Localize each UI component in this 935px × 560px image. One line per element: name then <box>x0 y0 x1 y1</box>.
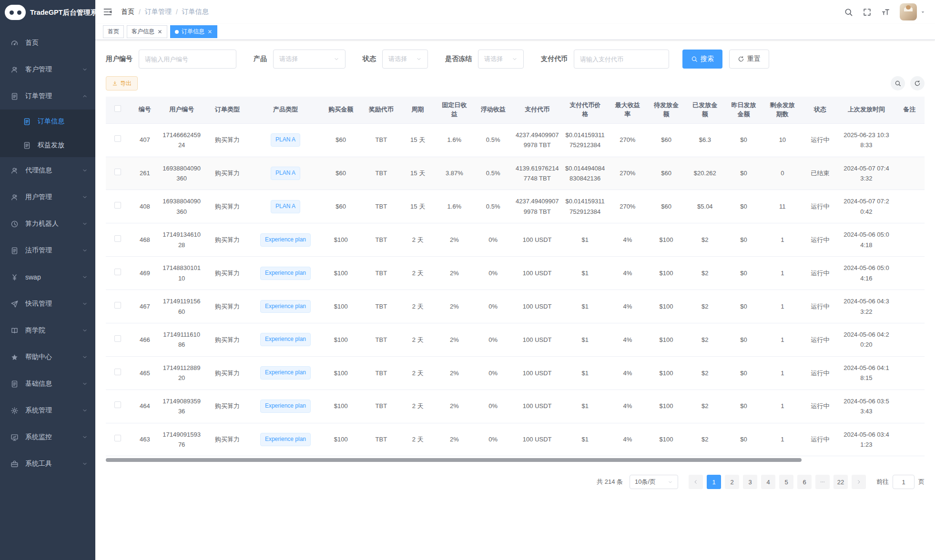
cell-id: 261 <box>130 157 160 190</box>
cell-status: 运行中 <box>802 223 839 257</box>
cell-buy-amount: $100 <box>320 290 362 323</box>
sidebar-item-label: 权益发放 <box>38 141 88 150</box>
goto-page-input[interactable] <box>893 475 915 489</box>
pay-token-label: 支付代币 <box>541 55 568 63</box>
page-button-5[interactable]: 5 <box>779 475 793 489</box>
sidebar-item-rights-issuance[interactable]: 权益发放 <box>0 133 95 157</box>
search-button[interactable]: 搜索 <box>682 50 722 69</box>
font-size-icon[interactable] <box>881 8 890 17</box>
column-header: 待发放金额 <box>647 97 685 123</box>
column-header: 浮动收益 <box>474 97 512 123</box>
cell-order-type: 购买算力 <box>203 356 251 390</box>
sidebar-item-news-management[interactable]: 快讯管理 <box>0 290 95 317</box>
reset-button[interactable]: 重置 <box>729 50 769 69</box>
row-checkbox[interactable] <box>114 135 121 142</box>
page-size-select[interactable]: 10条/页 <box>630 475 678 489</box>
search-toggle-button[interactable] <box>891 76 905 90</box>
page-ellipsis[interactable] <box>815 475 830 489</box>
close-icon[interactable] <box>157 29 163 34</box>
horizontal-scrollbar[interactable] <box>106 458 802 462</box>
cell-floating: 0.5% <box>474 123 512 157</box>
cell-id: 465 <box>130 356 160 390</box>
breadcrumb-item[interactable]: 首页 <box>121 8 134 16</box>
tab-customer-info[interactable]: 客户信息 <box>127 25 167 38</box>
cell-remaining: 11 <box>763 190 802 223</box>
cell-order-type: 购买算力 <box>203 123 251 157</box>
tab-home[interactable]: 首页 <box>103 25 124 38</box>
row-checkbox[interactable] <box>114 401 121 408</box>
page-button-3[interactable]: 3 <box>743 475 757 489</box>
sidebar-item-swap[interactable]: swap <box>0 264 95 290</box>
avatar[interactable] <box>900 3 917 20</box>
chevron-down-icon <box>82 168 88 173</box>
next-page-button[interactable] <box>852 475 866 489</box>
cell-reward-token: TBT <box>362 356 400 390</box>
cell-user-id: 1714909159376 <box>160 423 204 456</box>
cell-reward-token: TBT <box>362 423 400 456</box>
cell-note <box>894 257 925 290</box>
sidebar-item-home[interactable]: 首页 <box>0 30 95 56</box>
export-button[interactable]: 导出 <box>106 76 138 90</box>
row-checkbox[interactable] <box>114 169 121 175</box>
close-icon[interactable] <box>207 29 213 34</box>
page-button-2[interactable]: 2 <box>725 475 739 489</box>
row-checkbox[interactable] <box>114 302 121 309</box>
sidebar-item-system-tools[interactable]: 系统工具 <box>0 450 95 477</box>
chevron-down-icon <box>668 480 673 485</box>
cell-floating: 0.5% <box>474 190 512 223</box>
search-icon[interactable] <box>844 8 853 17</box>
app-title: TradeGPT后台管理系统 <box>30 8 95 17</box>
product-select[interactable]: 请选择 <box>273 50 346 69</box>
row-checkbox[interactable] <box>114 202 121 209</box>
status-select[interactable]: 请选择 <box>382 50 428 69</box>
sidebar-item-fiat-management[interactable]: 法币管理 <box>0 237 95 264</box>
sidebar-item-label: 快讯管理 <box>25 300 82 308</box>
user-menu[interactable] <box>900 3 925 20</box>
sidebar-item-hashrate-robot[interactable]: 算力机器人 <box>0 210 95 237</box>
sidebar-item-user-management[interactable]: 用户管理 <box>0 184 95 210</box>
sidebar-item-help-center[interactable]: 帮助中心 <box>0 344 95 370</box>
page-button-6[interactable]: 6 <box>797 475 812 489</box>
topbar-right <box>844 3 925 20</box>
cell-user-id: 1714911915660 <box>160 290 204 323</box>
cell-remaining: 1 <box>763 290 802 323</box>
frozen-select[interactable]: 请选择 <box>478 50 524 69</box>
column-header: 编号 <box>130 97 160 123</box>
select-all-checkbox[interactable] <box>114 105 121 112</box>
row-checkbox[interactable] <box>114 335 121 342</box>
filter-status: 状态 请选择 <box>363 50 428 69</box>
user-id-input[interactable] <box>139 50 236 69</box>
refresh-table-button[interactable] <box>910 76 925 90</box>
page-button-4[interactable]: 4 <box>761 475 775 489</box>
cell-pay-token-price: $1 <box>562 390 608 423</box>
sidebar-item-system-monitor[interactable]: 系统监控 <box>0 424 95 450</box>
pay-token-input[interactable] <box>574 50 669 69</box>
cell-user-id: 1714883010110 <box>160 257 204 290</box>
cell-select <box>106 223 130 257</box>
sidebar-item-agent-info[interactable]: 代理信息 <box>0 157 95 184</box>
sidebar-menu: 首页客户管理订单管理订单信息权益发放代理信息用户管理算力机器人法币管理swap快… <box>0 25 95 477</box>
sidebar-item-system-management[interactable]: 系统管理 <box>0 397 95 424</box>
row-checkbox[interactable] <box>114 369 121 375</box>
sidebar-item-order-info[interactable]: 订单信息 <box>0 110 95 133</box>
fullscreen-icon[interactable] <box>863 8 872 17</box>
ellipsis-icon <box>820 479 825 485</box>
search-button-label: 搜索 <box>701 55 714 63</box>
cell-user-id: 1714911161086 <box>160 323 204 356</box>
order-table-wrap: 编号用户编号订单类型产品类型购买金额奖励代币周期固定日收益浮动收益支付代币支付代… <box>106 97 925 462</box>
column-header: 奖励代币 <box>362 97 400 123</box>
sidebar-item-business-school[interactable]: 商学院 <box>0 317 95 344</box>
sidebar-item-order-management[interactable]: 订单管理 <box>0 83 95 110</box>
page-button-22[interactable]: 22 <box>833 475 848 489</box>
tab-order-info[interactable]: 订单信息 <box>170 25 217 38</box>
prev-page-button[interactable] <box>689 475 703 489</box>
cell-id: 466 <box>130 323 160 356</box>
sidebar-item-customer-management[interactable]: 客户管理 <box>0 56 95 83</box>
row-checkbox[interactable] <box>114 235 121 242</box>
sidebar-collapse-icon[interactable] <box>103 7 112 17</box>
cell-pending: $100 <box>647 390 685 423</box>
row-checkbox[interactable] <box>114 435 121 441</box>
sidebar-item-basic-info[interactable]: 基础信息 <box>0 370 95 397</box>
page-button-1[interactable]: 1 <box>707 475 721 489</box>
row-checkbox[interactable] <box>114 269 121 275</box>
